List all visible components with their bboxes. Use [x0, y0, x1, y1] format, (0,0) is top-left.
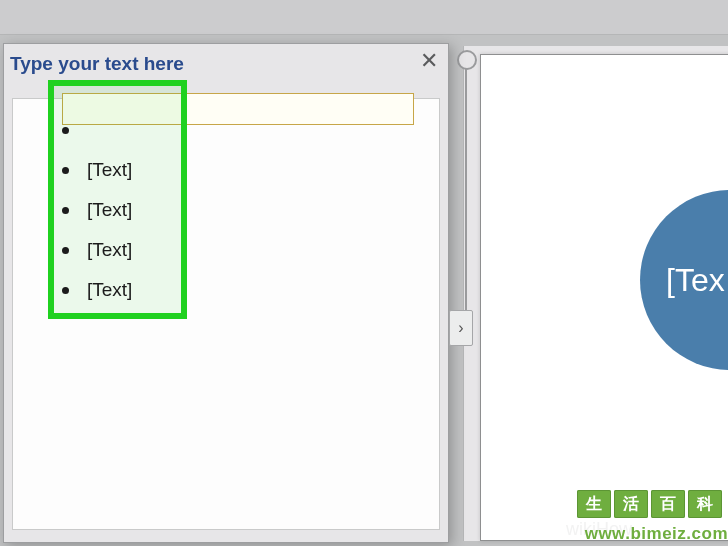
bullet-list: [Text] [Text] [Text] [Text] — [62, 110, 422, 310]
list-item[interactable]: [Text] — [62, 270, 422, 310]
list-item-label: [Text] — [87, 279, 132, 301]
smartart-connector — [455, 50, 475, 86]
panel-title: Type your text here — [10, 53, 184, 75]
list-item[interactable] — [62, 110, 422, 150]
list-item-label: [Text] — [87, 239, 132, 261]
site-url-watermark: www.bimeiz.com — [585, 524, 728, 544]
logo-char: 活 — [614, 490, 648, 518]
smartart-circle-label: [Tex — [666, 262, 725, 299]
ribbon-strip — [0, 0, 728, 35]
bullet-icon — [62, 247, 69, 254]
panel-close-button[interactable]: ✕ — [420, 50, 438, 72]
bullet-icon — [62, 207, 69, 214]
logo-char: 百 — [651, 490, 685, 518]
close-icon: ✕ — [420, 48, 438, 73]
panel-expand-handle[interactable]: › — [449, 310, 473, 346]
site-logo: 生 活 百 科 — [577, 490, 722, 518]
list-item[interactable]: [Text] — [62, 150, 422, 190]
connector-line — [465, 68, 467, 328]
list-item[interactable]: [Text] — [62, 190, 422, 230]
logo-char: 科 — [688, 490, 722, 518]
connector-handle-icon — [457, 50, 477, 70]
bullet-icon — [62, 287, 69, 294]
logo-char: 生 — [577, 490, 611, 518]
list-item-label: [Text] — [87, 199, 132, 221]
chevron-right-icon: › — [458, 319, 463, 337]
list-item-label: [Text] — [87, 159, 132, 181]
bullet-icon — [62, 167, 69, 174]
list-item[interactable]: [Text] — [62, 230, 422, 270]
bullet-icon — [62, 127, 69, 134]
app-stage: [Tex Type your text here ✕ [Text] [Text]… — [0, 0, 728, 546]
